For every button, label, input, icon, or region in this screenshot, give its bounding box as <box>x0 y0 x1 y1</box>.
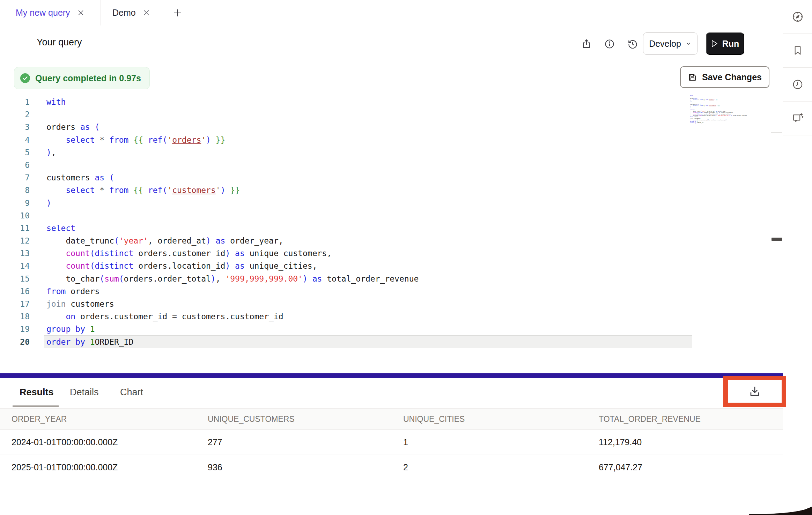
tab-details[interactable]: Details <box>70 378 99 406</box>
clock-icon <box>792 79 804 90</box>
code-line[interactable]: select * from {{ ref('customers') }} <box>46 184 419 196</box>
code-line[interactable]: count(distinct orders.location_id) as un… <box>46 260 419 272</box>
scrollbar-thumb[interactable] <box>771 94 782 133</box>
code-line[interactable]: select <box>46 222 419 234</box>
develop-dropdown[interactable]: Develop <box>643 32 697 55</box>
results-tab-bar: Results Details Chart <box>0 378 783 408</box>
line-number: 12 <box>10 234 30 247</box>
sidebar-item-history[interactable] <box>783 68 812 102</box>
close-icon[interactable] <box>78 10 84 16</box>
code-line[interactable]: select * from {{ ref('orders') }} <box>46 134 419 146</box>
query-header: MS Your query Develop Run <box>0 25 783 60</box>
indent-guide <box>47 310 47 323</box>
tab-demo[interactable]: Demo <box>101 0 162 25</box>
tab-my-new-query[interactable]: My new query <box>0 0 101 25</box>
table-row[interactable]: 2025-01-01T00:00:00.000Z9362677,047.27 <box>0 455 783 480</box>
table-cell: 112,179.40 <box>599 430 642 455</box>
right-sidebar <box>783 0 812 515</box>
page-title: Your query <box>37 25 82 59</box>
column-header: TOTAL_ORDER_REVENUE <box>599 409 701 430</box>
code-line[interactable]: group by 1 <box>46 323 419 335</box>
code-line[interactable] <box>46 209 419 222</box>
line-number: 15 <box>10 273 30 285</box>
table-cell: 936 <box>208 455 222 480</box>
tab-label: My new query <box>16 8 70 18</box>
tab-results[interactable]: Results <box>20 378 54 406</box>
code-line[interactable]: count(distinct orders.customer_id) as un… <box>46 247 419 260</box>
code-line[interactable]: ) <box>46 197 419 209</box>
code-line[interactable]: on orders.customer_id = customers.custom… <box>46 310 419 323</box>
code-line[interactable]: order by 1ORDER_ID <box>46 336 419 348</box>
table-cell: 2 <box>403 455 408 480</box>
sql-editor[interactable]: Query completed in 0.97s Save Changes 12… <box>0 59 783 373</box>
line-number: 18 <box>10 310 30 323</box>
code-line[interactable]: with <box>46 96 419 108</box>
tab-chart[interactable]: Chart <box>120 378 143 406</box>
line-number-gutter: 1234567891011121314151617181920 <box>10 96 30 348</box>
annotation-highlight-rect <box>723 376 786 407</box>
code-line[interactable] <box>46 159 419 171</box>
line-number: 7 <box>10 171 30 184</box>
sidebar-item-bookmarks[interactable] <box>783 34 812 68</box>
save-label: Save Changes <box>702 72 762 82</box>
code-line[interactable]: date_trunc('year', ordered_at) as order_… <box>46 234 419 247</box>
editor-minimap[interactable]: withorders as ( select * from {{ ref('or… <box>690 95 751 128</box>
line-number: 17 <box>10 298 30 310</box>
line-number: 19 <box>10 323 30 335</box>
line-number: 13 <box>10 247 30 260</box>
code-line[interactable]: customers as ( <box>46 171 419 184</box>
table-cell: 277 <box>208 430 222 455</box>
save-icon <box>688 73 697 82</box>
table-cell: 677,047.27 <box>599 455 642 480</box>
column-header: UNIQUE_CITIES <box>403 409 465 430</box>
line-number: 11 <box>10 222 30 234</box>
query-status-badge: Query completed in 0.97s <box>14 67 150 89</box>
line-number: 10 <box>10 209 30 222</box>
indent-guide <box>47 234 47 247</box>
line-number: 14 <box>10 260 30 272</box>
table-cell: 1 <box>403 430 408 455</box>
table-row[interactable]: 2024-01-01T00:00:00.000Z2771112,179.40 <box>0 430 783 455</box>
info-icon[interactable] <box>604 38 615 50</box>
check-circle-icon <box>20 73 30 83</box>
share-icon[interactable] <box>581 38 592 50</box>
close-icon[interactable] <box>143 10 149 16</box>
table-cell: 2024-01-01T00:00:00.000Z <box>12 430 118 455</box>
indent-guide <box>47 247 47 260</box>
tab-label: Demo <box>112 8 136 18</box>
code-line[interactable]: orders as ( <box>46 121 419 133</box>
panel-resize-divider[interactable] <box>0 373 783 378</box>
app-root: My new query Demo MS Your query <box>0 0 812 515</box>
tab-bar: My new query Demo <box>0 0 783 26</box>
indent-guide <box>47 260 47 272</box>
line-number: 3 <box>10 121 30 133</box>
bookmark-icon <box>792 45 803 56</box>
table-header-row: ORDER_YEARUNIQUE_CUSTOMERSUNIQUE_CITIEST… <box>0 408 783 430</box>
line-number: 2 <box>10 108 30 121</box>
code-area[interactable]: withorders as ( select * from {{ ref('or… <box>46 96 419 348</box>
code-line[interactable] <box>46 108 419 121</box>
column-header: UNIQUE_CUSTOMERS <box>208 409 295 430</box>
indent-guide <box>47 184 47 196</box>
new-tab-button[interactable] <box>168 0 187 25</box>
sidebar-item-explore[interactable] <box>783 0 812 34</box>
download-button[interactable] <box>748 385 761 398</box>
status-message: Query completed in 0.97s <box>35 73 141 83</box>
code-line[interactable]: ), <box>46 146 419 159</box>
run-button[interactable]: Run <box>706 32 744 55</box>
line-number: 5 <box>10 146 30 159</box>
code-line[interactable]: join customers <box>46 298 419 310</box>
history-icon[interactable] <box>627 38 638 50</box>
code-line[interactable]: from orders <box>46 285 419 298</box>
indent-guide <box>47 273 47 285</box>
chat-sparkles-icon <box>791 112 804 125</box>
code-line[interactable]: to_char(sum(orders.order_total), '999,99… <box>46 273 419 285</box>
plus-icon <box>172 8 182 18</box>
sidebar-item-ai-assistant[interactable] <box>783 102 812 135</box>
indent-guide <box>47 134 47 146</box>
save-changes-button[interactable]: Save Changes <box>680 66 769 88</box>
code-line[interactable]: order by 1ORDER_ID <box>690 122 707 124</box>
scrollbar-marker <box>772 238 782 241</box>
active-tab-underline <box>13 405 59 407</box>
run-label: Run <box>722 39 739 49</box>
